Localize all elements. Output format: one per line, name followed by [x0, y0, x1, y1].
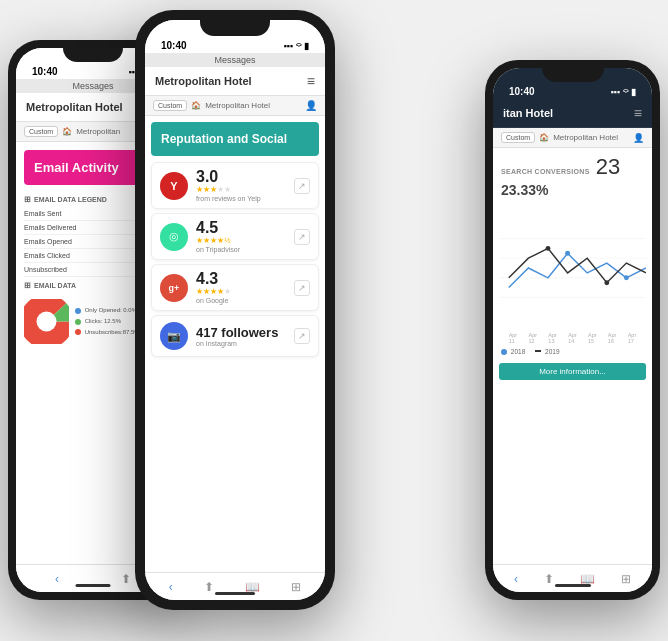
pie-legend-2: Unsubscribes:87.5% [75, 327, 140, 338]
conv-pct: 23.33% [501, 182, 644, 198]
custom-btn-center[interactable]: Custom [153, 100, 187, 111]
google-score: 4.3 [196, 271, 286, 287]
breadcrumb-right: Custom 🏠 Metropolitan Hotel 👤 [493, 128, 652, 148]
yelp-arrow-icon[interactable]: ↗ [294, 178, 310, 194]
pie-chart [24, 299, 69, 344]
google-stars: ★★★★★ [196, 287, 286, 296]
instagram-icon: 📷 [160, 322, 188, 350]
rep-card-yelp[interactable]: Y 3.0 ★★★★★ from reviews on Yelp ↗ [151, 162, 319, 209]
legend-label-0: Emails Sent [24, 210, 61, 217]
dot-2019-2 [546, 246, 551, 251]
pie-legend-0: Only Opened: 0.0% [75, 305, 140, 316]
x-label-4: Apr15 [588, 332, 597, 344]
instagram-sub: on Instagram [196, 340, 286, 347]
legend-2018: 2018 [501, 348, 525, 355]
grid-icon-center[interactable]: ⊞ [291, 580, 301, 594]
pie-legend: Only Opened: 0.0% Clicks: 12.5% Unsubscr… [75, 305, 140, 337]
rep-card-instagram[interactable]: 📷 417 followers on Instagram ↗ [151, 315, 319, 357]
home-indicator-left [76, 584, 111, 587]
time-right: 10:40 [509, 86, 535, 97]
custom-btn-right[interactable]: Custom [501, 132, 535, 143]
phone-center-screen: 10:40 ▪▪▪ ⌔ ▮ Messages Metropolitan Hote… [145, 20, 325, 600]
share-icon-left[interactable]: ⬆ [121, 572, 131, 586]
x-label-6: Apr17 [628, 332, 637, 344]
breadcrumb-hotel-left: Metropolitan [76, 127, 120, 136]
rep-card-tripadvisor[interactable]: ◎ 4.5 ★★★★½ on Tripadvisor ↗ [151, 213, 319, 260]
dot-2018-6 [624, 275, 629, 280]
back-icon-left[interactable]: ‹ [55, 572, 59, 586]
back-icon-right[interactable]: ‹ [514, 572, 518, 586]
tripadvisor-arrow-icon[interactable]: ↗ [294, 229, 310, 245]
legend-label-3: Emails Clicked [24, 252, 70, 259]
dot-2 [75, 329, 81, 335]
phone-center: 10:40 ▪▪▪ ⌔ ▮ Messages Metropolitan Hote… [135, 10, 335, 610]
signal-icon-r: ▪▪▪ [610, 87, 620, 97]
tripadvisor-score: 4.5 [196, 220, 286, 236]
google-arrow-icon[interactable]: ↗ [294, 280, 310, 296]
battery-icon-r: ▮ [631, 87, 636, 97]
dot-1 [75, 319, 81, 325]
back-icon-center[interactable]: ‹ [169, 580, 173, 594]
tripadvisor-stars: ★★★★½ [196, 236, 286, 245]
messages-bar-center: Messages [145, 53, 325, 67]
x-label-0: Apr11 [509, 332, 518, 344]
signal-icon-c: ▪▪▪ [283, 41, 293, 51]
battery-icon-c: ▮ [304, 41, 309, 51]
yelp-sub: from reviews on Yelp [196, 195, 286, 202]
account-icon-center[interactable]: 👤 [305, 100, 317, 111]
tripadvisor-sub: on Tripadvisor [196, 246, 286, 253]
phone-left-notch [63, 48, 123, 62]
wifi-icon-r: ⌔ [623, 87, 628, 97]
legend-label-1: Emails Delivered [24, 224, 77, 231]
x-label-1: Apr12 [528, 332, 537, 344]
tripadvisor-info: 4.5 ★★★★½ on Tripadvisor [196, 220, 286, 253]
share-icon-right[interactable]: ⬆ [544, 572, 554, 586]
rep-card-google[interactable]: g+ 4.3 ★★★★★ on Google ↗ [151, 264, 319, 311]
conv-label: SEARCH CONVERSIONS [501, 168, 590, 175]
breadcrumb-center: Custom 🏠 Metropolitan Hotel 👤 [145, 96, 325, 116]
rep-header: Reputation and Social [151, 122, 319, 156]
more-info-bar[interactable]: More information... [499, 363, 646, 380]
dot-2018-4 [565, 251, 570, 256]
yelp-icon: Y [160, 172, 188, 200]
nav-bar-right: itan Hotel ≡ [493, 99, 652, 128]
home-indicator-center [215, 592, 255, 595]
bottom-nav-center: ‹ ⬆ 📖 ⊞ [145, 572, 325, 600]
wifi-icon-c: ⌔ [296, 41, 301, 51]
messages-label-center: Messages [214, 55, 255, 65]
instagram-score: 417 followers [196, 326, 286, 339]
legend-2019-label: 2019 [545, 348, 559, 355]
grid-icon-right[interactable]: ⊞ [621, 572, 631, 586]
chart-legend: 2018 2019 [493, 344, 652, 359]
share-icon-center[interactable]: ⬆ [204, 580, 214, 594]
dot-2019-5 [604, 280, 609, 285]
x-label-5: Apr16 [608, 332, 617, 344]
home-indicator-right [555, 584, 591, 587]
hotel-name-right: itan Hotel [503, 107, 553, 119]
google-sub: on Google [196, 297, 286, 304]
messages-label-left: Messages [72, 81, 113, 91]
hamburger-icon-center[interactable]: ≡ [307, 73, 315, 89]
hamburger-icon-right[interactable]: ≡ [634, 105, 642, 121]
time-center: 10:40 [161, 40, 187, 51]
chart-x-labels: Apr11 Apr12 Apr13 Apr14 Apr15 Apr16 Apr1… [499, 332, 646, 344]
yelp-info: 3.0 ★★★★★ from reviews on Yelp [196, 169, 286, 202]
account-icon-right[interactable]: 👤 [633, 133, 644, 143]
legend-2019: 2019 [535, 348, 559, 355]
pie-legend-1: Clicks: 12.5% [75, 316, 140, 327]
google-icon: g+ [160, 274, 188, 302]
line-chart [499, 208, 646, 328]
x-label-3: Apr14 [568, 332, 577, 344]
instagram-arrow-icon[interactable]: ↗ [294, 328, 310, 344]
time-left: 10:40 [32, 66, 58, 77]
dot-2018-legend [501, 349, 507, 355]
phone-right: 10:40 ▪▪▪ ⌔ ▮ itan Hotel ≡ Custom 🏠 Metr… [485, 60, 660, 600]
x-label-2: Apr13 [548, 332, 557, 344]
tripadvisor-icon: ◎ [160, 223, 188, 251]
svg-point-2 [37, 312, 57, 332]
yelp-stars: ★★★★★ [196, 185, 286, 194]
custom-btn-left[interactable]: Custom [24, 126, 58, 137]
phone-right-screen: 10:40 ▪▪▪ ⌔ ▮ itan Hotel ≡ Custom 🏠 Metr… [493, 68, 652, 592]
scene: 10:40 ▪▪▪ ⌔ ▮ Messages Metropolitan Hote… [0, 0, 668, 641]
line-2019-legend [535, 350, 541, 352]
